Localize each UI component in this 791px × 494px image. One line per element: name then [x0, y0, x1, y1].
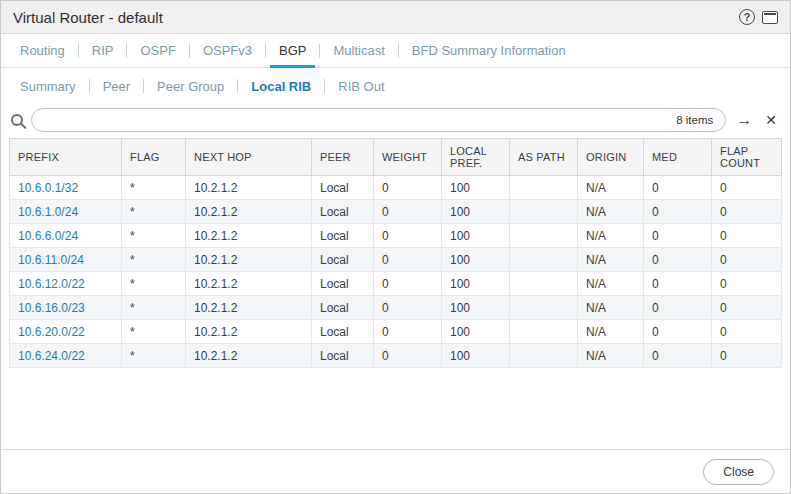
- cell-flag: *: [122, 320, 186, 344]
- cell-next-hop: 10.2.1.2: [186, 272, 312, 296]
- cell-next-hop: 10.2.1.2: [186, 224, 312, 248]
- tab-peer[interactable]: Peer: [90, 70, 143, 102]
- cell-med: 0: [644, 248, 712, 272]
- cell-weight: 0: [374, 344, 442, 368]
- cell-local-pref: 100: [442, 344, 510, 368]
- table-row[interactable]: 10.6.20.0/22*10.2.1.2Local0100N/A00: [10, 320, 782, 344]
- cell-next-hop: 10.2.1.2: [186, 200, 312, 224]
- cell-as-path: [510, 200, 578, 224]
- search-row: 8 items → ✕: [1, 102, 790, 138]
- cell-weight: 0: [374, 200, 442, 224]
- cell-flap-count: 0: [712, 296, 782, 320]
- help-icon[interactable]: ?: [739, 9, 755, 25]
- cell-flap-count: 0: [712, 200, 782, 224]
- cell-local-pref: 100: [442, 200, 510, 224]
- search-input[interactable]: [44, 113, 668, 127]
- tab-ospfv3[interactable]: OSPFv3: [190, 34, 265, 67]
- cell-prefix[interactable]: 10.6.6.0/24: [10, 224, 122, 248]
- cell-flap-count: 0: [712, 248, 782, 272]
- search-field[interactable]: 8 items: [31, 108, 726, 132]
- cell-prefix[interactable]: 10.6.1.0/24: [10, 200, 122, 224]
- tab-ospf[interactable]: OSPF: [127, 34, 188, 67]
- column-header-peer[interactable]: PEER: [312, 139, 374, 176]
- window-icon[interactable]: [762, 11, 778, 24]
- cell-prefix[interactable]: 10.6.24.0/22: [10, 344, 122, 368]
- cell-prefix[interactable]: 10.6.20.0/22: [10, 320, 122, 344]
- cell-origin: N/A: [578, 200, 644, 224]
- cell-weight: 0: [374, 320, 442, 344]
- cell-weight: 0: [374, 296, 442, 320]
- table-row[interactable]: 10.6.12.0/22*10.2.1.2Local0100N/A00: [10, 272, 782, 296]
- column-header-local-pref[interactable]: LOCAL PREF.: [442, 139, 510, 176]
- cell-prefix[interactable]: 10.6.0.1/32: [10, 176, 122, 200]
- table-row[interactable]: 10.6.16.0/23*10.2.1.2Local0100N/A00: [10, 296, 782, 320]
- cell-local-pref: 100: [442, 224, 510, 248]
- cell-origin: N/A: [578, 344, 644, 368]
- cell-weight: 0: [374, 224, 442, 248]
- cell-flag: *: [122, 224, 186, 248]
- column-header-med[interactable]: MED: [644, 139, 712, 176]
- column-header-weight[interactable]: WEIGHT: [374, 139, 442, 176]
- column-header-next-hop[interactable]: NEXT HOP: [186, 139, 312, 176]
- cell-next-hop: 10.2.1.2: [186, 248, 312, 272]
- cell-prefix[interactable]: 10.6.11.0/24: [10, 248, 122, 272]
- clear-filter-icon[interactable]: ✕: [762, 111, 780, 129]
- tab-local-rib[interactable]: Local RIB: [238, 70, 324, 102]
- cell-med: 0: [644, 296, 712, 320]
- local-rib-table-container: PREFIXFLAGNEXT HOPPEERWEIGHTLOCAL PREF.A…: [1, 138, 790, 368]
- tab-bgp[interactable]: BGP: [266, 34, 319, 67]
- cell-weight: 0: [374, 176, 442, 200]
- cell-peer: Local: [312, 320, 374, 344]
- cell-origin: N/A: [578, 248, 644, 272]
- close-button[interactable]: Close: [703, 459, 774, 485]
- table-row[interactable]: 10.6.24.0/22*10.2.1.2Local0100N/A00: [10, 344, 782, 368]
- dialog-footer: Close: [1, 449, 790, 493]
- cell-prefix[interactable]: 10.6.12.0/22: [10, 272, 122, 296]
- cell-local-pref: 100: [442, 320, 510, 344]
- table-row[interactable]: 10.6.0.1/32*10.2.1.2Local0100N/A00: [10, 176, 782, 200]
- cell-as-path: [510, 344, 578, 368]
- tab-rib-out[interactable]: RIB Out: [325, 70, 397, 102]
- cell-peer: Local: [312, 344, 374, 368]
- main-tabs: RoutingRIPOSPFOSPFv3BGPMulticastBFD Summ…: [1, 34, 790, 68]
- cell-next-hop: 10.2.1.2: [186, 296, 312, 320]
- cell-as-path: [510, 272, 578, 296]
- cell-med: 0: [644, 200, 712, 224]
- cell-med: 0: [644, 320, 712, 344]
- tab-summary[interactable]: Summary: [7, 70, 89, 102]
- tab-multicast[interactable]: Multicast: [320, 34, 397, 67]
- table-row[interactable]: 10.6.1.0/24*10.2.1.2Local0100N/A00: [10, 200, 782, 224]
- cell-prefix[interactable]: 10.6.16.0/23: [10, 296, 122, 320]
- cell-flag: *: [122, 248, 186, 272]
- cell-med: 0: [644, 272, 712, 296]
- search-icon: [11, 114, 23, 126]
- cell-weight: 0: [374, 248, 442, 272]
- cell-peer: Local: [312, 272, 374, 296]
- column-header-flag[interactable]: FLAG: [122, 139, 186, 176]
- cell-flag: *: [122, 272, 186, 296]
- cell-next-hop: 10.2.1.2: [186, 176, 312, 200]
- apply-filter-icon[interactable]: →: [733, 110, 755, 130]
- cell-flap-count: 0: [712, 176, 782, 200]
- column-header-as-path[interactable]: AS PATH: [510, 139, 578, 176]
- tab-rip[interactable]: RIP: [79, 34, 127, 67]
- table-row[interactable]: 10.6.11.0/24*10.2.1.2Local0100N/A00: [10, 248, 782, 272]
- cell-next-hop: 10.2.1.2: [186, 344, 312, 368]
- cell-flag: *: [122, 176, 186, 200]
- column-header-prefix[interactable]: PREFIX: [10, 139, 122, 176]
- cell-flap-count: 0: [712, 344, 782, 368]
- tab-routing[interactable]: Routing: [7, 34, 78, 67]
- cell-next-hop: 10.2.1.2: [186, 320, 312, 344]
- tab-peer-group[interactable]: Peer Group: [144, 70, 237, 102]
- virtual-router-dialog: Virtual Router - default ? RoutingRIPOSP…: [0, 0, 791, 494]
- column-header-origin[interactable]: ORIGIN: [578, 139, 644, 176]
- cell-as-path: [510, 296, 578, 320]
- column-header-flap-count[interactable]: FLAP COUNT: [712, 139, 782, 176]
- tab-bfd-summary-information[interactable]: BFD Summary Information: [399, 34, 579, 67]
- table-row[interactable]: 10.6.6.0/24*10.2.1.2Local0100N/A00: [10, 224, 782, 248]
- table-body: 10.6.0.1/32*10.2.1.2Local0100N/A0010.6.1…: [10, 176, 782, 368]
- items-count-label: 8 items: [668, 114, 713, 126]
- cell-peer: Local: [312, 176, 374, 200]
- cell-origin: N/A: [578, 296, 644, 320]
- cell-as-path: [510, 248, 578, 272]
